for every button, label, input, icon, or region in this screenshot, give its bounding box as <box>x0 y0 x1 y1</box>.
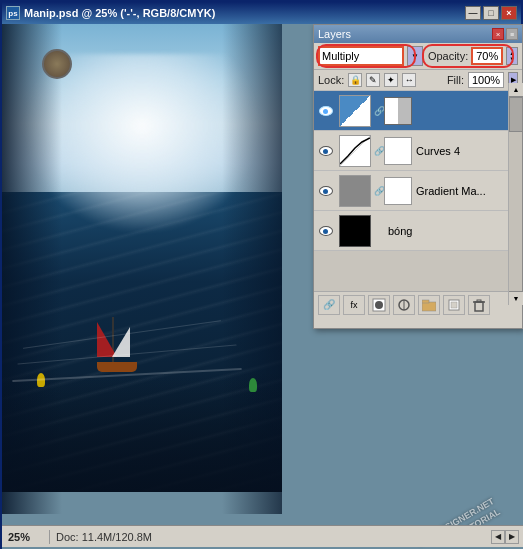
layers-close-button[interactable]: × <box>492 28 504 40</box>
layers-menu-button[interactable]: ≡ <box>506 28 518 40</box>
blend-mode-select[interactable]: Multiply Normal Screen Overlay <box>318 46 404 66</box>
nav-right-button[interactable]: ▶ <box>505 530 519 544</box>
minimize-button[interactable]: — <box>465 6 481 20</box>
layer-thumb-curves4 <box>339 135 371 167</box>
toolbar-adjust-button[interactable] <box>393 295 415 315</box>
toolbar-link-button[interactable]: 🔗 <box>318 295 340 315</box>
sail-white <box>112 327 130 357</box>
layers-list[interactable]: 🔗 🔗 <box>314 91 522 291</box>
toolbar-delete-button[interactable] <box>468 295 490 315</box>
status-bar: 25% Doc: 11.4M/120.8M ◀ ▶ <box>2 525 523 547</box>
blend-opacity-row: Multiply Normal Screen Overlay ▼ Opacity… <box>314 43 522 70</box>
opacity-input[interactable] <box>471 47 503 65</box>
adjust-icon <box>397 298 411 312</box>
status-zoom: 25% <box>8 531 43 543</box>
layer-row-gradient[interactable]: 🔗 Gradient Ma... <box>314 171 522 211</box>
layers-toolbar: 🔗 fx <box>314 291 522 317</box>
layer-visibility-gradient[interactable] <box>316 171 336 211</box>
status-separator <box>49 530 50 544</box>
layers-panel: Layers × ≡ Multiply Normal Screen Overla… <box>313 24 523 329</box>
opacity-down-arrow: ▼ <box>509 56 515 62</box>
opacity-label: Opacity: <box>428 50 468 62</box>
layer-mask-curves4 <box>384 137 412 165</box>
svg-rect-6 <box>422 302 436 311</box>
nav-left-button[interactable]: ◀ <box>491 530 505 544</box>
blend-dropdown-arrow[interactable]: ▼ <box>407 46 423 66</box>
layer-name-curves4: Curves 4 <box>416 145 520 157</box>
title-bar-left: ps Manip.psd @ 25% ('-'-, RGB/8/CMYK) <box>6 6 215 20</box>
boat-hull <box>97 362 137 372</box>
layer-visibility-bong[interactable] <box>316 211 336 251</box>
buoy-green <box>249 378 257 392</box>
toolbar-mask-button[interactable] <box>368 295 390 315</box>
eye-icon-top <box>319 106 333 116</box>
layer-row-bong[interactable]: bóng <box>314 211 522 251</box>
layer-link-gradient[interactable]: 🔗 <box>374 175 384 207</box>
layer-row-top[interactable]: 🔗 <box>314 91 522 131</box>
title-bar: ps Manip.psd @ 25% ('-'-, RGB/8/CMYK) — … <box>2 2 521 24</box>
layer-name-gradient: Gradient Ma... <box>416 185 520 197</box>
main-window: ps Manip.psd @ 25% ('-'-, RGB/8/CMYK) — … <box>0 0 523 549</box>
svg-rect-9 <box>451 302 457 308</box>
vignette-bottom <box>2 372 282 492</box>
layer-row-curves4[interactable]: 🔗 Curves 4 <box>314 131 522 171</box>
lock-move-icon[interactable]: ✦ <box>384 73 398 87</box>
layer-thumb-bong <box>339 215 371 247</box>
canvas-area: VIETDESIGNER.NET TUTORIAL Layers × ≡ Mul… <box>2 24 523 549</box>
scroll-track <box>509 132 522 291</box>
scroll-thumb[interactable] <box>509 97 523 132</box>
svg-rect-10 <box>475 302 483 311</box>
opacity-arrows[interactable]: ▲ ▼ <box>506 47 518 65</box>
layer-link-curves4[interactable]: 🔗 <box>374 135 384 167</box>
lock-row: Lock: 🔒 ✎ ✦ ↔ Fill: ▶ <box>314 70 522 91</box>
layer-mask-top <box>384 97 412 125</box>
svg-rect-12 <box>477 300 481 302</box>
layers-title-controls: × ≡ <box>492 28 518 40</box>
layer-link-top[interactable]: 🔗 <box>374 95 384 127</box>
layer-name-bong: bóng <box>388 225 520 237</box>
layer-mask-gradient <box>384 177 412 205</box>
layer-visibility-curves4[interactable] <box>316 131 336 171</box>
lock-lock-icon[interactable]: 🔒 <box>348 73 362 87</box>
layer-visibility-top[interactable] <box>316 91 336 131</box>
new-layer-icon <box>447 298 461 312</box>
svg-point-3 <box>375 301 383 309</box>
status-doc-info: Doc: 11.4M/120.8M <box>56 531 152 543</box>
delete-icon <box>472 298 486 312</box>
window-title: Manip.psd @ 25% ('-'-, RGB/8/CMYK) <box>24 7 215 19</box>
fill-input[interactable] <box>468 72 504 88</box>
curves-thumb-svg <box>340 136 370 166</box>
ps-icon: ps <box>6 6 20 20</box>
layer-thumb-top <box>339 95 371 127</box>
toolbar-fx-button[interactable]: fx <box>343 295 365 315</box>
close-button[interactable]: × <box>501 6 517 20</box>
clock-object <box>42 49 72 79</box>
svg-rect-7 <box>422 300 429 303</box>
title-bar-buttons: — □ × <box>465 6 517 20</box>
mask-icon <box>372 298 386 312</box>
photo-scene <box>2 24 282 492</box>
sailboat <box>92 312 142 372</box>
eye-icon-gradient <box>319 186 333 196</box>
folder-icon <box>422 298 436 312</box>
scroll-up-button[interactable]: ▲ <box>509 83 523 97</box>
toolbar-new-layer-button[interactable] <box>443 295 465 315</box>
lock-edit-icon[interactable]: ✎ <box>366 73 380 87</box>
scroll-down-button[interactable]: ▼ <box>509 291 523 305</box>
lock-all-icon[interactable]: ↔ <box>402 73 416 87</box>
eye-icon-bong <box>319 226 333 236</box>
lock-label: Lock: <box>318 74 344 86</box>
layer-thumb-gradient <box>339 175 371 207</box>
layers-title-bar: Layers × ≡ <box>314 25 522 43</box>
eye-icon-curves4 <box>319 146 333 156</box>
maximize-button[interactable]: □ <box>483 6 499 20</box>
layers-scrollbar: ▲ ▼ <box>508 83 522 305</box>
fill-label: Fill: <box>447 74 464 86</box>
toolbar-group-button[interactable] <box>418 295 440 315</box>
layers-panel-title: Layers <box>318 28 351 40</box>
status-nav: ◀ ▶ <box>491 530 519 544</box>
